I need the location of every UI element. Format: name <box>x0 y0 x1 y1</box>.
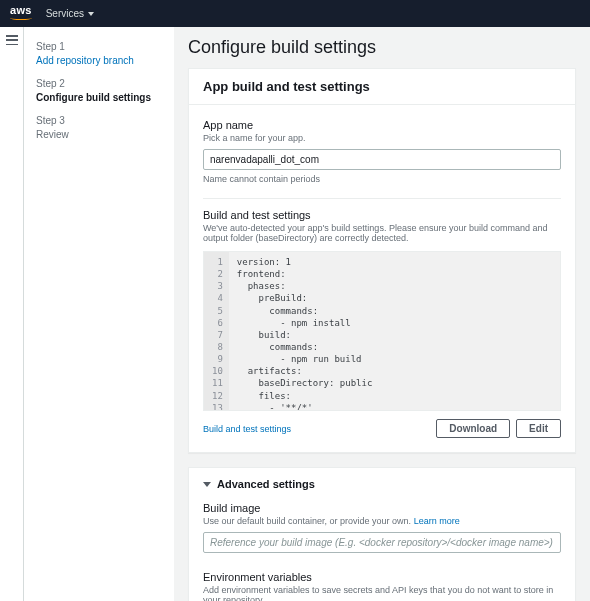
advanced-title: Advanced settings <box>217 478 315 490</box>
page-title: Configure build settings <box>188 37 576 58</box>
buildspec-editor[interactable]: 1 2 3 4 5 6 7 8 9 10 11 12 13 14 15 16 1… <box>203 251 561 411</box>
hamburger-column <box>0 27 24 601</box>
chevron-down-icon <box>203 482 211 487</box>
build-settings-desc: We've auto-detected your app's build set… <box>203 223 561 243</box>
aws-logo[interactable]: aws <box>10 7 32 20</box>
aws-logo-swoosh <box>10 16 32 20</box>
build-settings-link[interactable]: Build and test settings <box>203 424 291 434</box>
build-settings-label: Build and test settings <box>203 209 561 221</box>
panel-header: App build and test settings <box>189 69 575 105</box>
build-image-label: Build image <box>203 502 561 514</box>
step-label: Step 1 <box>36 41 164 52</box>
app-name-input[interactable] <box>203 149 561 170</box>
step-label: Step 3 <box>36 115 164 126</box>
panel-build-settings: App build and test settings App name Pic… <box>188 68 576 453</box>
caret-down-icon <box>88 12 94 16</box>
aws-logo-text: aws <box>10 7 32 15</box>
env-vars-label: Environment variables <box>203 571 561 583</box>
step-label: Step 2 <box>36 78 164 89</box>
app-name-desc: Pick a name for your app. <box>203 133 561 143</box>
buildspec-code: version: 1 frontend: phases: preBuild: c… <box>229 252 560 410</box>
app-name-label: App name <box>203 119 561 131</box>
sidebar-step-review-label: Review <box>36 129 69 140</box>
services-label: Services <box>46 8 84 19</box>
edit-button[interactable]: Edit <box>516 419 561 438</box>
app-name-hint: Name cannot contain periods <box>203 174 561 184</box>
download-button[interactable]: Download <box>436 419 510 438</box>
main-content[interactable]: Configure build settings App build and t… <box>174 27 590 601</box>
sidebar-step-add-repo: Add repository branch <box>36 55 164 66</box>
line-gutter: 1 2 3 4 5 6 7 8 9 10 11 12 13 14 15 16 1… <box>204 252 229 410</box>
steps-sidebar: Step 1 Add repository branch Step 2 Conf… <box>24 27 174 601</box>
services-menu[interactable]: Services <box>46 8 94 19</box>
panel-advanced: Advanced settings Build image Use our de… <box>188 467 576 601</box>
divider <box>203 198 561 199</box>
hamburger-icon[interactable] <box>6 35 18 45</box>
build-image-desc: Use our default build container, or prov… <box>203 516 561 526</box>
sidebar-step-review: Review <box>36 129 164 140</box>
build-image-input[interactable] <box>203 532 561 553</box>
sidebar-link-add-repo[interactable]: Add repository branch <box>36 55 134 66</box>
page-body: Step 1 Add repository branch Step 2 Conf… <box>0 27 590 601</box>
aws-top-nav: aws Services <box>0 0 590 27</box>
learn-more-link[interactable]: Learn more <box>414 516 460 526</box>
env-vars-desc: Add environment variables to save secret… <box>203 585 561 601</box>
sidebar-step-configure: Configure build settings <box>36 92 164 103</box>
advanced-toggle[interactable]: Advanced settings <box>203 478 561 490</box>
